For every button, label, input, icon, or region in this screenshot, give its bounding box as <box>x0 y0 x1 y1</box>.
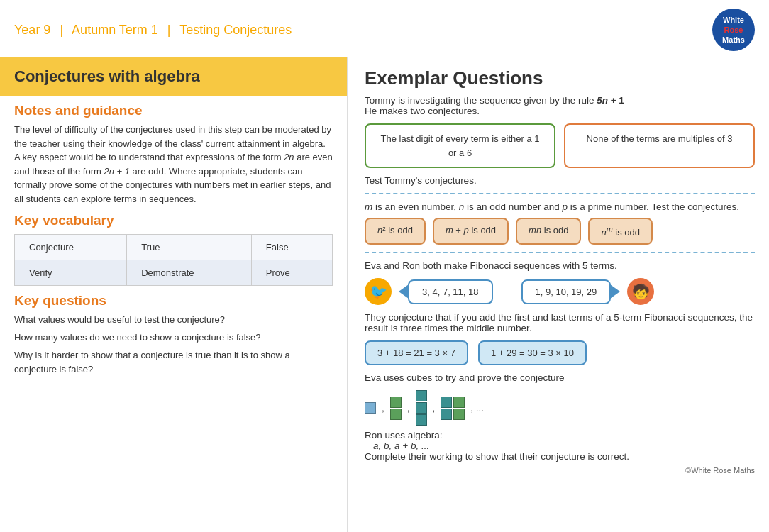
key-questions-list: What values would be useful to test the … <box>14 313 333 377</box>
yellow-header: Conjectures with algebra <box>0 57 347 96</box>
question-1: What values would be useful to test the … <box>14 313 333 328</box>
vocab-cell: Prove <box>251 260 332 286</box>
logo-line3: Maths <box>722 35 745 45</box>
bubble-arrow-right <box>610 284 620 299</box>
algebra-sequence: a, b, a + b, ... <box>373 440 755 451</box>
cube <box>416 402 427 414</box>
cube-group-3 <box>416 390 427 426</box>
conjecture-box-2: None of the terms are multiples of 3 <box>564 123 755 168</box>
fibonacci-row: 🐦 3, 4, 7, 11, 18 1, 9, 10, 19, 29 🧒 <box>365 278 755 305</box>
vocab-cell: Verify <box>15 260 127 286</box>
cube-group-2 <box>390 397 402 420</box>
logo-line1: White <box>723 15 744 25</box>
orange-box-2: m + p is odd <box>433 218 509 245</box>
year-label: Year 9 <box>14 23 50 37</box>
conjecture-1-text: The last digit of every term is either a… <box>381 133 540 158</box>
intro-text: Tommy is investigating the sequence give… <box>365 95 597 106</box>
pipe2: | <box>167 23 171 37</box>
orange-box-3: mn is odd <box>516 218 581 245</box>
exemplar-intro: Tommy is investigating the sequence give… <box>365 95 755 116</box>
main-title: Conjectures with algebra <box>14 67 333 86</box>
logo-line2: Rose <box>724 25 743 35</box>
cubes-section: Eva uses cubes to try and prove the conj… <box>365 372 755 426</box>
ron-bubble: 1, 9, 10, 19, 29 <box>521 279 621 304</box>
cube <box>416 390 427 401</box>
cube-group-1 <box>365 402 376 414</box>
complete-label: Complete their working to show that thei… <box>365 451 755 462</box>
vocab-row-2: Verify Demonstrate Prove <box>15 260 333 286</box>
vocab-cell: False <box>251 235 332 260</box>
questions-title: Key questions <box>14 293 333 309</box>
notes-italic1: 2n <box>284 152 294 162</box>
pipe1: | <box>60 23 63 37</box>
notes-title: Notes and guidance <box>14 103 333 118</box>
left-panel-content: Notes and guidance The level of difficul… <box>0 103 347 387</box>
algebra-section: Ron uses algebra: a, b, a + b, ... Compl… <box>365 430 755 462</box>
dashed-divider-2 <box>365 252 755 253</box>
cube <box>416 414 427 426</box>
cube <box>453 397 465 408</box>
question-3: Why is it harder to show that a conjectu… <box>14 348 333 378</box>
ron-avatar: 🧒 <box>627 278 654 305</box>
vocab-cell: Demonstrate <box>127 260 252 286</box>
cubes-row: , , <box>365 390 755 426</box>
bubble-arrow-left <box>399 284 409 299</box>
eva-bubble: 3, 4, 7, 11, 18 <box>399 279 493 304</box>
cube-stack-4a <box>441 397 452 420</box>
intro-rule: 5n + 1 <box>597 95 624 106</box>
exemplar-title: Exemplar Questions <box>365 67 755 89</box>
orange-box-1: n² is odd <box>365 218 426 245</box>
logo: White Rose Maths <box>712 9 755 51</box>
result-eva: 3 + 18 = 21 = 3 × 7 <box>365 340 468 365</box>
cube <box>390 409 402 420</box>
result-ron: 1 + 29 = 30 = 3 × 10 <box>478 340 587 365</box>
notes-italic2: 2n + 1 <box>104 166 130 177</box>
cube-comma-3: , <box>433 403 436 414</box>
cube-comma-1: , <box>382 403 384 414</box>
question-2: How many values do we need to show a con… <box>14 331 333 345</box>
vocab-cell: Conjecture <box>15 235 127 260</box>
m-label: m <box>365 201 372 212</box>
cube-stack-4b <box>453 397 465 420</box>
cube <box>441 397 452 408</box>
cube-stack-3 <box>416 390 427 426</box>
cube-ellipsis: , ... <box>470 403 484 414</box>
algebra-label: Ron uses algebra: <box>365 430 755 440</box>
cube <box>453 409 465 420</box>
second-section-intro: m is an even number, n is an odd number … <box>365 201 755 212</box>
conjectures-row: The last digit of every term is either a… <box>365 123 755 168</box>
header: Year 9 | Autumn Term 1 | Testing Conject… <box>0 0 769 57</box>
result-boxes-row: 3 + 18 = 21 = 3 × 7 1 + 29 = 30 = 3 × 10 <box>365 340 755 365</box>
cube-comma-2: , <box>407 403 410 414</box>
orange-boxes-row: n² is odd m + p is odd mn is odd nm is o… <box>365 218 755 245</box>
vocab-title: Key vocabulary <box>14 213 333 228</box>
vocab-cell: True <box>127 235 252 260</box>
vocab-table: Conjecture True False Verify Demonstrate… <box>14 234 333 286</box>
intro-text2: He makes two conjectures. <box>365 106 480 116</box>
orange-box-4: nm is odd <box>588 218 653 245</box>
ron-sequence: 1, 9, 10, 19, 29 <box>521 279 612 304</box>
dashed-divider-1 <box>365 193 755 194</box>
right-panel: Exemplar Questions Tommy is investigatin… <box>348 57 769 532</box>
cube-stack-1 <box>365 402 376 414</box>
notes-text: The level of difficulty of the conjectur… <box>14 123 333 206</box>
test-label: Test Tommy's conjectures. <box>365 175 755 186</box>
vocab-row-1: Conjecture True False <box>15 235 333 260</box>
fib-intro: Eva and Ron both make Fibonacci sequence… <box>365 260 755 271</box>
header-title: Year 9 | Autumn Term 1 | Testing Conject… <box>14 23 292 38</box>
n-label: n <box>459 201 465 212</box>
topic-label: Testing Conjectures <box>179 23 292 37</box>
footer-credit: ©White Rose Maths <box>365 466 755 475</box>
cubes-label: Eva uses cubes to try and prove the conj… <box>365 372 755 383</box>
eva-sequence: 3, 4, 7, 11, 18 <box>408 279 493 304</box>
conjecture-box-1: The last digit of every term is either a… <box>365 123 555 168</box>
cube <box>365 402 376 414</box>
fib-conjecture: They conjecture that if you add the firs… <box>365 312 755 333</box>
cube-group-4 <box>441 397 465 420</box>
left-panel: Conjectures with algebra Notes and guida… <box>0 57 348 532</box>
cube <box>390 397 402 408</box>
conjecture-2-text: None of the terms are multiples of 3 <box>587 133 733 144</box>
main-content: Conjectures with algebra Notes and guida… <box>0 57 769 532</box>
fibonacci-section: Eva and Ron both make Fibonacci sequence… <box>365 260 755 475</box>
eva-avatar: 🐦 <box>365 278 392 305</box>
